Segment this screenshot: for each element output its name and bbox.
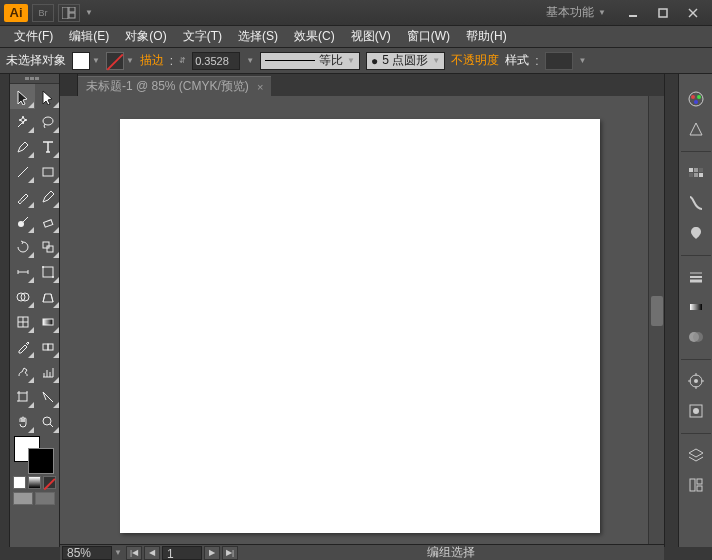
next-artboard-btn[interactable]: ▶ — [204, 546, 220, 560]
panel-stroke2-icon[interactable] — [681, 262, 711, 292]
chevron-down-icon[interactable]: ▼ — [114, 548, 122, 557]
menu-effect[interactable]: 效果(C) — [286, 26, 343, 47]
menu-view[interactable]: 视图(V) — [343, 26, 399, 47]
tool-rect[interactable] — [35, 159, 60, 184]
panel-layers-icon[interactable] — [681, 440, 711, 470]
brush-label: 5 点圆形 — [382, 52, 428, 69]
stroke-color[interactable] — [28, 448, 54, 474]
tool-wand[interactable] — [10, 109, 35, 134]
status-bar: 85% ▼ |◀ ◀ 1 ▶ ▶| 编组选择 — [60, 544, 664, 560]
brush-dropdown[interactable]: ●5 点圆形▼ — [366, 52, 445, 70]
draw-normal-btn[interactable] — [13, 492, 33, 505]
tool-gradient[interactable] — [35, 309, 60, 334]
fill-swatch[interactable] — [72, 52, 90, 70]
tool-eraser[interactable] — [35, 209, 60, 234]
menu-object[interactable]: 对象(O) — [117, 26, 174, 47]
tool-type[interactable] — [35, 134, 60, 159]
tool-direct-select[interactable] — [35, 84, 60, 109]
tool-artboard[interactable] — [10, 384, 35, 409]
right-dock-strip[interactable] — [664, 74, 678, 547]
menu-help[interactable]: 帮助(H) — [458, 26, 515, 47]
artboard[interactable] — [120, 119, 600, 533]
stroke-weight-input[interactable] — [192, 52, 240, 70]
minimize-button[interactable] — [618, 3, 648, 23]
menu-bar: 文件(F) 编辑(E) 对象(O) 文字(T) 选择(S) 效果(C) 视图(V… — [0, 26, 712, 48]
artboard-number-input[interactable]: 1 — [162, 546, 202, 560]
stroke-label[interactable]: 描边 — [140, 52, 164, 69]
tool-free[interactable] — [35, 259, 60, 284]
svg-rect-33 — [689, 173, 693, 177]
screen-mode-btn[interactable] — [35, 492, 55, 505]
document-tab[interactable]: 未标题-1 @ 85% (CMYK/预览) × — [78, 76, 271, 96]
tool-width[interactable] — [10, 259, 35, 284]
left-dock-strip[interactable] — [0, 74, 10, 547]
graphic-style-swatch[interactable] — [545, 52, 573, 70]
tool-blob[interactable] — [10, 209, 35, 234]
gradient-mode-btn[interactable] — [28, 476, 41, 489]
canvas[interactable] — [60, 96, 648, 547]
last-artboard-btn[interactable]: ▶| — [222, 546, 238, 560]
svg-rect-48 — [697, 486, 702, 491]
close-button[interactable] — [678, 3, 708, 23]
tool-slice[interactable] — [35, 384, 60, 409]
chevron-down-icon[interactable]: ▼ — [579, 56, 587, 65]
stroke-swatch[interactable] — [106, 52, 124, 70]
zoom-input[interactable]: 85% — [62, 546, 112, 560]
toolbox-grip[interactable] — [10, 74, 59, 84]
color-mode-btn[interactable] — [13, 476, 26, 489]
panel-symbols-icon[interactable] — [681, 218, 711, 248]
maximize-button[interactable] — [648, 3, 678, 23]
tool-mesh[interactable] — [10, 309, 35, 334]
tool-brush[interactable] — [10, 184, 35, 209]
stroke-stepper-icon[interactable]: ⇵ — [179, 56, 186, 65]
menu-type[interactable]: 文字(T) — [175, 26, 230, 47]
scrollbar-thumb[interactable] — [651, 296, 663, 326]
tool-line[interactable] — [10, 159, 35, 184]
vertical-scrollbar[interactable] — [648, 96, 664, 547]
arrange-docs-button[interactable] — [58, 4, 80, 22]
tab-strip-grip[interactable] — [60, 74, 78, 96]
tab-close-icon[interactable]: × — [257, 81, 263, 93]
panel-transparency-icon[interactable] — [681, 322, 711, 352]
opacity-label[interactable]: 不透明度 — [451, 52, 499, 69]
chevron-down-icon[interactable]: ▼ — [126, 56, 134, 65]
tool-hand[interactable] — [10, 409, 35, 434]
tool-rotate[interactable] — [10, 234, 35, 259]
tool-eyedrop[interactable] — [10, 334, 35, 359]
prev-artboard-btn[interactable]: ◀ — [144, 546, 160, 560]
menu-window[interactable]: 窗口(W) — [399, 26, 458, 47]
tool-scale[interactable] — [35, 234, 60, 259]
panel-swatches-icon[interactable] — [681, 158, 711, 188]
ai-logo: Ai — [4, 4, 28, 22]
workspace-switcher[interactable]: 基本功能 ▼ — [546, 4, 606, 21]
tool-blend[interactable] — [35, 334, 60, 359]
toolbox — [10, 74, 60, 547]
svg-rect-13 — [47, 246, 53, 252]
panel-graphic-styles-icon[interactable] — [681, 396, 711, 426]
arrange-dropdown-icon[interactable]: ▼ — [84, 4, 94, 22]
tool-selection[interactable] — [10, 84, 35, 109]
none-mode-btn[interactable] — [43, 476, 56, 489]
panel-brushes-icon[interactable] — [681, 188, 711, 218]
tool-zoom[interactable] — [35, 409, 60, 434]
menu-edit[interactable]: 编辑(E) — [61, 26, 117, 47]
panel-gradient2-icon[interactable] — [681, 292, 711, 322]
chevron-down-icon[interactable]: ▼ — [92, 56, 100, 65]
first-artboard-btn[interactable]: |◀ — [126, 546, 142, 560]
chevron-down-icon[interactable]: ▼ — [246, 56, 254, 65]
tool-pencil[interactable] — [35, 184, 60, 209]
panel-color-guide-icon[interactable] — [681, 114, 711, 144]
bridge-button[interactable]: Br — [32, 4, 54, 22]
tool-symbol[interactable] — [10, 359, 35, 384]
tool-lasso[interactable] — [35, 109, 60, 134]
tool-perspective[interactable] — [35, 284, 60, 309]
tool-shape-build[interactable] — [10, 284, 35, 309]
panel-appearance-icon[interactable] — [681, 366, 711, 396]
panel-artboards-p-icon[interactable] — [681, 470, 711, 500]
menu-file[interactable]: 文件(F) — [6, 26, 61, 47]
profile-dropdown[interactable]: 等比▼ — [260, 52, 360, 70]
menu-select[interactable]: 选择(S) — [230, 26, 286, 47]
panel-color-icon[interactable] — [681, 84, 711, 114]
tool-pen[interactable] — [10, 134, 35, 159]
tool-graph[interactable] — [35, 359, 60, 384]
